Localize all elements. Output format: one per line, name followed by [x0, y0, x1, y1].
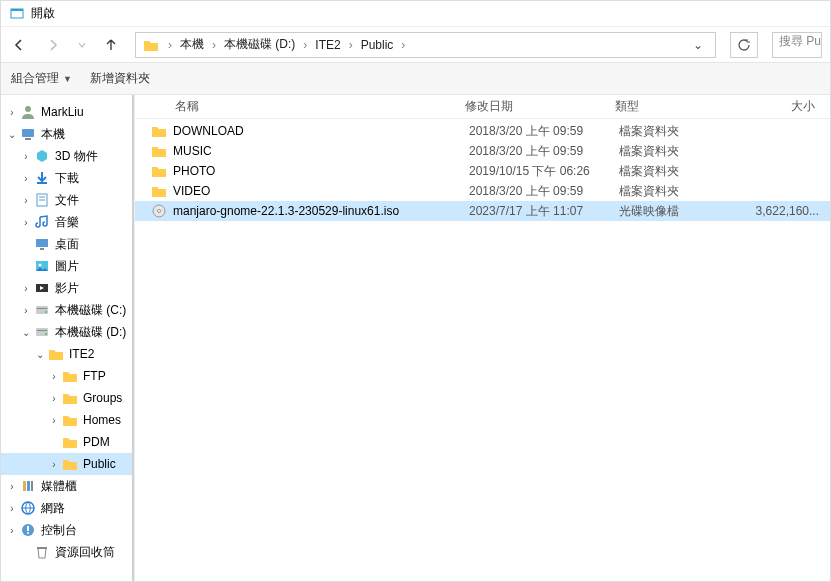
file-pane: 名稱 修改日期 類型 大小 DOWNLOAD2018/3/20 上午 09:59… [135, 95, 830, 581]
file-size: 3,622,160... [719, 204, 819, 218]
tree-item[interactable]: ⌄ITE2 [1, 343, 134, 365]
folder-icon [61, 411, 79, 429]
refresh-button[interactable] [730, 32, 758, 58]
breadcrumb-seg[interactable]: 本機磁碟 (D:) [220, 34, 299, 55]
tree-item[interactable]: 桌面 [1, 233, 134, 255]
twist-icon[interactable]: ⌄ [33, 349, 47, 360]
tree-item[interactable]: ›控制台 [1, 519, 134, 541]
twist-icon[interactable]: › [19, 195, 33, 206]
tree-item[interactable]: ›3D 物件 [1, 145, 134, 167]
tree-item[interactable]: ›影片 [1, 277, 134, 299]
svg-point-29 [158, 210, 161, 213]
folder-icon [61, 389, 79, 407]
tree-item[interactable]: ⌄本機 [1, 123, 134, 145]
breadcrumb-seg[interactable]: 本機 [176, 34, 208, 55]
chevron-right-icon: › [349, 38, 353, 52]
file-date: 2018/3/20 上午 09:59 [469, 183, 619, 200]
svg-rect-18 [37, 330, 47, 331]
tree-item[interactable]: ›下載 [1, 167, 134, 189]
folder-icon [61, 367, 79, 385]
col-name[interactable]: 名稱 [175, 98, 465, 115]
tree-item-label: FTP [83, 369, 106, 383]
new-folder-button[interactable]: 新增資料夾 [90, 70, 150, 87]
twist-icon[interactable]: › [19, 305, 33, 316]
tree-item[interactable]: ›FTP [1, 365, 134, 387]
tree-item[interactable]: ⌄本機磁碟 (D:) [1, 321, 134, 343]
tree-item[interactable]: ›本機磁碟 (C:) [1, 299, 134, 321]
twist-icon[interactable]: › [47, 371, 61, 382]
svg-rect-10 [40, 248, 44, 250]
col-date[interactable]: 修改日期 [465, 98, 615, 115]
tree-item-label: 文件 [55, 192, 79, 209]
col-size[interactable]: 大小 [715, 98, 815, 115]
tree-item[interactable]: ›Public [1, 453, 134, 475]
tree-item-label: 媒體櫃 [41, 478, 77, 495]
folder-icon [149, 122, 169, 140]
file-row[interactable]: VIDEO2018/3/20 上午 09:59檔案資料夾 [135, 181, 830, 201]
tree-item-label: Groups [83, 391, 122, 405]
file-row[interactable]: DOWNLOAD2018/3/20 上午 09:59檔案資料夾 [135, 121, 830, 141]
file-type: 光碟映像檔 [619, 203, 719, 220]
tree-item[interactable]: ›MarkLiu [1, 101, 134, 123]
svg-point-19 [45, 333, 47, 335]
col-type[interactable]: 類型 [615, 98, 715, 115]
file-date: 2023/7/17 上午 11:07 [469, 203, 619, 220]
organize-menu[interactable]: 組合管理 ▼ [11, 70, 72, 87]
tree-item[interactable]: ›網路 [1, 497, 134, 519]
recent-dropdown[interactable] [77, 35, 87, 55]
tree-item[interactable]: ›Homes [1, 409, 134, 431]
svg-point-2 [25, 106, 31, 112]
folder-icon [61, 433, 79, 451]
twist-icon[interactable]: › [19, 283, 33, 294]
svg-point-26 [27, 532, 29, 534]
tree-item-label: 影片 [55, 280, 79, 297]
folder-icon [61, 455, 79, 473]
svg-rect-20 [23, 481, 26, 491]
tree-item-label: Public [83, 457, 116, 471]
file-row[interactable]: PHOTO2019/10/15 下午 06:26檔案資料夾 [135, 161, 830, 181]
window-title: 開啟 [31, 5, 55, 22]
forward-button[interactable] [43, 35, 63, 55]
tree-item[interactable]: 資源回收筒 [1, 541, 134, 563]
twist-icon[interactable]: › [5, 503, 19, 514]
twist-icon[interactable]: ⌄ [5, 129, 19, 140]
twist-icon[interactable]: › [19, 151, 33, 162]
breadcrumb-seg[interactable]: Public [357, 36, 398, 54]
svg-point-16 [45, 311, 47, 313]
chevron-down-icon: ▼ [63, 74, 72, 84]
twist-icon[interactable]: › [5, 107, 19, 118]
column-headers[interactable]: 名稱 修改日期 類型 大小 [135, 95, 830, 119]
file-row[interactable]: MUSIC2018/3/20 上午 09:59檔案資料夾 [135, 141, 830, 161]
file-row[interactable]: manjaro-gnome-22.1.3-230529-linux61.iso2… [135, 201, 830, 221]
tree-item[interactable]: ›文件 [1, 189, 134, 211]
twist-icon[interactable]: › [19, 173, 33, 184]
up-button[interactable] [101, 35, 121, 55]
twist-icon[interactable]: › [5, 525, 19, 536]
tree-item[interactable]: ›音樂 [1, 211, 134, 233]
chevron-down-icon[interactable]: ⌄ [687, 38, 709, 52]
net-icon [19, 499, 37, 517]
file-date: 2019/10/15 下午 06:26 [469, 163, 619, 180]
svg-rect-22 [31, 481, 33, 491]
organize-label: 組合管理 [11, 70, 59, 87]
twist-icon[interactable]: › [47, 393, 61, 404]
twist-icon[interactable]: › [19, 217, 33, 228]
svg-rect-25 [27, 526, 29, 531]
twist-icon[interactable]: › [47, 415, 61, 426]
scrollbar[interactable] [132, 95, 134, 581]
twist-icon[interactable]: › [5, 481, 19, 492]
breadcrumb[interactable]: › 本機 › 本機磁碟 (D:) › ITE2 › Public › ⌄ [135, 32, 716, 58]
svg-rect-21 [27, 481, 30, 491]
twist-icon[interactable]: › [47, 459, 61, 470]
tree-item[interactable]: PDM [1, 431, 134, 453]
chevron-right-icon: › [212, 38, 216, 52]
chevron-right-icon: › [303, 38, 307, 52]
tree-item-label: 本機 [41, 126, 65, 143]
breadcrumb-seg[interactable]: ITE2 [311, 36, 344, 54]
tree-item[interactable]: 圖片 [1, 255, 134, 277]
twist-icon[interactable]: ⌄ [19, 327, 33, 338]
search-input[interactable]: 搜尋 Public [772, 32, 822, 58]
back-button[interactable] [9, 35, 29, 55]
tree-item[interactable]: ›媒體櫃 [1, 475, 134, 497]
tree-item[interactable]: ›Groups [1, 387, 134, 409]
